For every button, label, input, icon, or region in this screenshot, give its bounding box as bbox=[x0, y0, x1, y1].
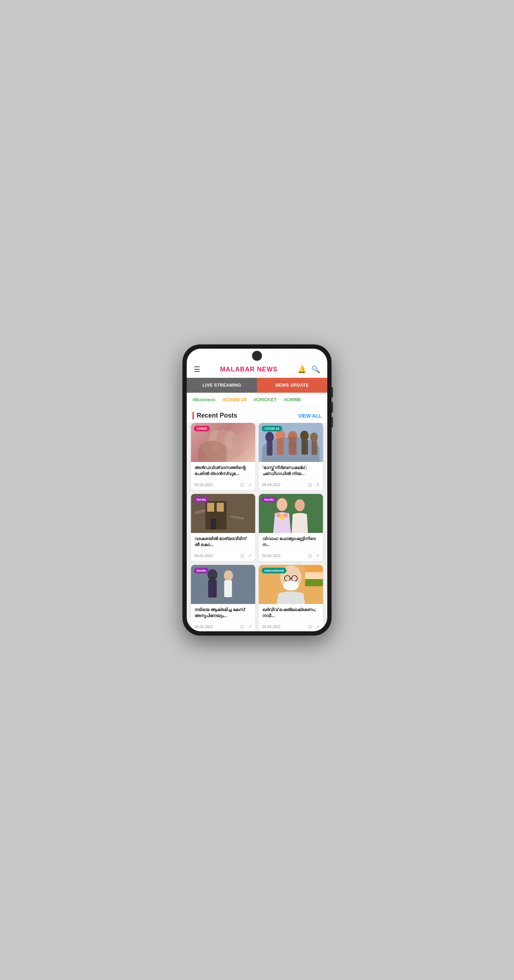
news-card-6[interactable]: International bbox=[259, 565, 323, 631]
news-grid: CRIME അൻഡവിശ്വാസത്തിന്റെ പേരിൽ ട്രാൻസ്വു… bbox=[187, 423, 327, 631]
card-5-image: kerala bbox=[191, 565, 255, 604]
svg-point-25 bbox=[295, 499, 305, 511]
svg-point-24 bbox=[277, 498, 288, 511]
app-content: ☰ MALABAR NEWS 🔔 🔍 LIVE STREAMING NEWS U… bbox=[187, 349, 327, 631]
card-6-actions: ⊡ ↗ bbox=[308, 624, 320, 630]
svg-rect-9 bbox=[277, 440, 284, 455]
card-6-date: 04-04-2022 bbox=[262, 625, 280, 629]
card-5-title: നടിയെ ആക്രമിച്ച കേസ്: അനൂപിനേയും... bbox=[194, 607, 252, 619]
card-1-title: അൻഡവിശ്വാസത്തിന്റെ പേരിൽ ട്രാൻസ്വുമ... bbox=[194, 465, 252, 477]
card-4-image: kerala L bbox=[259, 494, 323, 533]
card-4-bookmark-icon[interactable]: ⊡ bbox=[308, 553, 312, 558]
news-card-1[interactable]: CRIME അൻഡവിശ്വാസത്തിന്റെ പേരിൽ ട്രാൻസ്വു… bbox=[191, 423, 255, 490]
svg-rect-42 bbox=[305, 572, 323, 579]
tab-bar: LIVE STREAMING NEWS UPDATE bbox=[187, 378, 327, 393]
news-card-4[interactable]: kerala L bbox=[259, 494, 323, 562]
card-3-image: kerala bbox=[191, 494, 255, 533]
card-4-title: വിവാഹ ഫോട്ടോഷൂട്ടിനിടെ ന... bbox=[262, 536, 320, 548]
search-icon[interactable]: 🔍 bbox=[311, 365, 320, 374]
card-1-bookmark-icon[interactable]: ⊡ bbox=[240, 482, 244, 487]
card-2-footer: 05-04-2022 ⊡ ↗ bbox=[262, 480, 320, 487]
card-4-date: 04-04-2022 bbox=[262, 554, 280, 558]
card-4-body: വിവാഹ ഫോട്ടോഷൂട്ടിനിടെ ന... 04-04-2022 ⊡… bbox=[259, 533, 323, 562]
hashtag-covid[interactable]: #COVID-19 bbox=[223, 397, 247, 402]
svg-rect-11 bbox=[289, 441, 297, 455]
tab-live-streaming[interactable]: LIVE STREAMING bbox=[187, 378, 257, 393]
card-1-share-icon[interactable]: ↗ bbox=[248, 482, 252, 487]
svg-rect-31 bbox=[208, 580, 217, 598]
card-2-badge: COVID-19 bbox=[262, 426, 282, 431]
card-4-share-icon[interactable]: ↗ bbox=[315, 553, 320, 558]
app-title: MALABAR NEWS bbox=[220, 366, 278, 373]
card-6-image: International bbox=[259, 565, 323, 604]
card-5-actions: ⊡ ↗ bbox=[240, 624, 252, 630]
hashtag-business[interactable]: #Business bbox=[193, 397, 215, 402]
card-3-body: വടകരയിൽ ഭാര്യാവീടിന് തീ കൊ... 04-04-2022… bbox=[191, 533, 255, 562]
card-5-footer: 04-04-2022 ⊡ ↗ bbox=[194, 622, 252, 630]
svg-rect-18 bbox=[207, 503, 215, 512]
svg-point-10 bbox=[288, 431, 298, 442]
card-2-body: 'മാസ്ക് നിർബന്ധമല്ല'; ചണ്ഡീഗഡിൽ നിയ... 0… bbox=[259, 462, 323, 490]
card-4-footer: 04-04-2022 ⊡ ↗ bbox=[262, 551, 320, 558]
hashtag-crime[interactable]: #CRIME bbox=[283, 397, 301, 402]
side-buttons bbox=[331, 387, 333, 428]
tab-news-update[interactable]: NEWS UPDATE bbox=[257, 378, 327, 393]
view-all-button[interactable]: VIEW ALL bbox=[298, 413, 321, 418]
card-6-bookmark-icon[interactable]: ⊡ bbox=[308, 624, 312, 630]
card-5-bookmark-icon[interactable]: ⊡ bbox=[240, 624, 244, 630]
card-3-date: 04-04-2022 bbox=[194, 554, 213, 558]
bell-icon[interactable]: 🔔 bbox=[298, 365, 306, 374]
card-2-actions: ⊡ ↗ bbox=[308, 482, 320, 487]
card-4-actions: ⊡ ↗ bbox=[308, 553, 320, 558]
card-6-footer: 04-04-2022 ⊡ ↗ bbox=[262, 622, 320, 630]
svg-rect-34 bbox=[210, 577, 215, 581]
phone-notch bbox=[252, 351, 262, 361]
svg-point-32 bbox=[224, 570, 233, 581]
card-6-body: ഖർവീവ് ഷെൽലാക്രമണം; നവീ... 04-04-2022 ⊡ … bbox=[259, 604, 323, 631]
svg-rect-43 bbox=[305, 579, 323, 586]
hashtag-row: #Business #COVID-19 #CRICKET #CRIME bbox=[187, 393, 327, 407]
card-6-title: ഖർവീവ് ഷെൽലാക്രമണം; നവീ... bbox=[262, 607, 320, 619]
card-3-share-icon[interactable]: ↗ bbox=[248, 553, 252, 558]
menu-icon[interactable]: ☰ bbox=[194, 365, 200, 374]
card-1-date: 05-04-2022 bbox=[194, 483, 213, 487]
card-3-badge: kerala bbox=[194, 497, 209, 503]
card-6-share-icon[interactable]: ↗ bbox=[315, 624, 320, 630]
card-2-date: 05-04-2022 bbox=[262, 483, 280, 487]
svg-point-40 bbox=[283, 581, 299, 590]
card-6-badge: International bbox=[262, 568, 286, 573]
svg-point-27 bbox=[283, 513, 288, 517]
card-5-share-icon[interactable]: ↗ bbox=[248, 624, 252, 630]
svg-point-28 bbox=[277, 513, 281, 517]
svg-rect-19 bbox=[217, 503, 224, 512]
hashtag-cricket[interactable]: #CRICKET bbox=[253, 397, 277, 402]
card-1-badge: CRIME bbox=[194, 426, 210, 431]
card-2-bookmark-icon[interactable]: ⊡ bbox=[308, 482, 312, 487]
section-title: Recent Posts bbox=[193, 412, 237, 419]
svg-point-6 bbox=[266, 432, 274, 442]
svg-point-14 bbox=[310, 433, 318, 442]
news-card-2[interactable]: COVID-19 bbox=[259, 423, 323, 490]
svg-point-4 bbox=[232, 434, 242, 450]
card-1-footer: 05-04-2022 ⊡ ↗ bbox=[194, 480, 252, 487]
svg-rect-13 bbox=[302, 439, 308, 455]
header-actions: 🔔 🔍 bbox=[298, 365, 320, 374]
card-3-bookmark-icon[interactable]: ⊡ bbox=[240, 553, 244, 558]
svg-rect-33 bbox=[224, 580, 232, 597]
card-5-badge: kerala bbox=[194, 568, 209, 573]
news-card-3[interactable]: kerala വടകരയിൽ ഭാര്യ bbox=[191, 494, 255, 562]
card-3-actions: ⊡ ↗ bbox=[240, 553, 252, 558]
section-header: Recent Posts VIEW ALL bbox=[187, 407, 327, 423]
card-5-body: നടിയെ ആക്രമിച്ച കേസ്: അനൂപിനേയും... 04-0… bbox=[191, 604, 255, 631]
svg-rect-7 bbox=[267, 441, 273, 455]
phone-screen: ☰ MALABAR NEWS 🔔 🔍 LIVE STREAMING NEWS U… bbox=[187, 349, 327, 631]
phone-shell: ☰ MALABAR NEWS 🔔 🔍 LIVE STREAMING NEWS U… bbox=[183, 344, 331, 636]
news-card-5[interactable]: kerala നടിയെ ആക്രമിച bbox=[191, 565, 255, 631]
card-1-actions: ⊡ ↗ bbox=[240, 482, 252, 487]
svg-rect-15 bbox=[312, 441, 317, 455]
card-2-share-icon[interactable]: ↗ bbox=[315, 482, 320, 487]
card-1-body: അൻഡവിശ്വാസത്തിന്റെ പേരിൽ ട്രാൻസ്വുമ... 0… bbox=[191, 462, 255, 490]
card-2-image: COVID-19 bbox=[259, 423, 323, 462]
card-3-footer: 04-04-2022 ⊡ ↗ bbox=[194, 551, 252, 558]
svg-point-12 bbox=[300, 431, 309, 441]
